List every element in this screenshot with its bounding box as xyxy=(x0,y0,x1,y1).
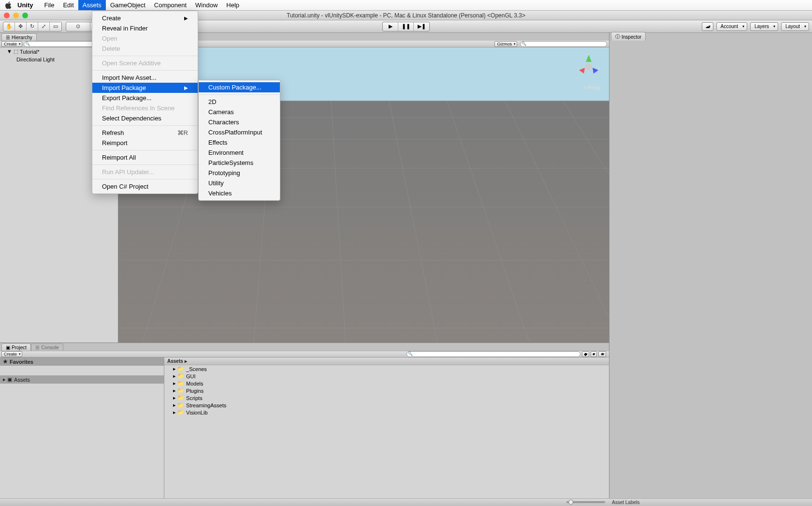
scale-tool[interactable]: ⤢ xyxy=(38,22,50,31)
asset-labels-bar: Asset Labels xyxy=(609,498,812,506)
scene-search[interactable] xyxy=(520,41,607,47)
favorites-row[interactable]: ★ Favorites xyxy=(0,357,164,366)
account-dropdown[interactable]: Account xyxy=(716,22,747,31)
search-filter-2[interactable]: ● xyxy=(591,351,597,357)
gizmos-dropdown[interactable]: Gizmos xyxy=(494,41,517,47)
folder-item[interactable]: ▸ 📁 Scripts xyxy=(164,394,609,402)
menu-edit[interactable]: Edit xyxy=(58,0,78,10)
project-create[interactable]: Create xyxy=(1,351,22,357)
project-tab[interactable]: ▣ Project xyxy=(1,343,31,351)
svg-text:z: z xyxy=(598,67,600,70)
menu-item[interactable]: Vehicles xyxy=(199,188,280,198)
hand-tool[interactable]: ✋ xyxy=(3,22,15,31)
import-package-submenu: Custom Package...2DCamerasCharactersCros… xyxy=(198,80,280,201)
minimize-button[interactable] xyxy=(13,13,19,18)
menu-item[interactable]: Environment xyxy=(199,148,280,158)
project-panel: ▣ Project ☰ Console Create ◆ ● ★ ★ Favor… xyxy=(0,342,609,506)
project-breadcrumb[interactable]: Assets ▸ xyxy=(164,357,609,365)
svg-point-18 xyxy=(585,63,592,70)
menu-item[interactable]: Cameras xyxy=(199,107,280,117)
app-name: Unity xyxy=(17,1,33,9)
search-filter-1[interactable]: ◆ xyxy=(582,351,589,357)
hierarchy-create[interactable]: Create xyxy=(1,41,22,47)
thumbnail-size-slider[interactable] xyxy=(566,500,605,504)
folder-icon: ▸ 📁 xyxy=(173,395,184,401)
menu-item[interactable]: Select Dependencies xyxy=(92,113,198,123)
layout-dropdown[interactable]: Layout xyxy=(781,22,809,31)
menu-item[interactable]: Refresh⌘R xyxy=(92,128,198,138)
mac-menubar: Unity File Edit Assets GameObject Compon… xyxy=(0,0,812,11)
svg-marker-17 xyxy=(593,68,598,74)
rotate-tool[interactable]: ↻ xyxy=(27,22,38,31)
step-button[interactable]: ▶❚ xyxy=(414,22,429,31)
folder-icon: ▸ 📁 xyxy=(173,409,184,416)
assets-menu: Create▶Reveal in FinderOpenDeleteOpen Sc… xyxy=(92,11,198,194)
console-tab[interactable]: ☰ Console xyxy=(31,343,63,351)
menu-item[interactable]: Import Package▶ xyxy=(92,83,198,93)
orientation-gizmo[interactable]: x z y xyxy=(574,53,603,82)
menu-item[interactable]: Effects xyxy=(199,137,280,148)
menu-window[interactable]: Window xyxy=(191,0,222,10)
svg-text:y: y xyxy=(587,53,589,55)
menu-item: Find References In Scene xyxy=(92,103,198,113)
menu-item[interactable]: CrossPlatformInput xyxy=(199,127,280,137)
svg-line-8 xyxy=(563,101,609,342)
play-controls: ▶ ❚❚ ▶❚ xyxy=(382,22,430,31)
project-footer xyxy=(0,498,609,506)
menu-assets[interactable]: Assets xyxy=(78,0,106,10)
menu-gameobject[interactable]: GameObject xyxy=(106,0,150,10)
folder-item[interactable]: ▸ 📁 Models xyxy=(164,380,609,387)
hierarchy-tab[interactable]: ☰ Hierarchy xyxy=(1,33,37,41)
search-filter-3[interactable]: ★ xyxy=(598,351,606,357)
folder-icon: ▸ 📁 xyxy=(173,373,184,379)
svg-line-5 xyxy=(389,101,437,342)
menu-item: Delete xyxy=(92,44,198,54)
svg-marker-16 xyxy=(579,68,585,74)
menu-item[interactable]: 2D xyxy=(199,97,280,107)
menu-item[interactable]: Custom Package... xyxy=(199,82,280,92)
folder-item[interactable]: ▸ 📁 VisionLib xyxy=(164,409,609,416)
menu-item[interactable]: Reimport All xyxy=(92,152,198,163)
pause-button[interactable]: ❚❚ xyxy=(398,22,414,31)
menu-component[interactable]: Component xyxy=(150,0,191,10)
svg-line-6 xyxy=(447,101,529,342)
persp-label[interactable]: ≡ Persp xyxy=(583,85,600,90)
menu-item[interactable]: Utility xyxy=(199,178,280,188)
menu-item[interactable]: ParticleSystems xyxy=(199,158,280,168)
folder-item[interactable]: ▸ 📁 _Scenes xyxy=(164,365,609,372)
menu-item[interactable]: Characters xyxy=(199,117,280,127)
menu-item[interactable]: Create▶ xyxy=(92,13,198,23)
pivot-toggle[interactable]: ⊙ xyxy=(66,22,90,31)
menu-item[interactable]: Export Package... xyxy=(92,93,198,103)
menu-item[interactable]: Prototyping xyxy=(199,168,280,178)
svg-marker-15 xyxy=(586,55,592,62)
menu-item: Open xyxy=(92,33,198,44)
folder-item[interactable]: ▸ 📁 Plugins xyxy=(164,387,609,394)
menu-item: Open Scene Additive xyxy=(92,58,198,68)
folder-item[interactable]: ▸ 📁 GUI xyxy=(164,372,609,380)
zoom-button[interactable] xyxy=(22,13,28,18)
rect-tool[interactable]: ▭ xyxy=(50,22,61,31)
folder-icon: ▸ 📁 xyxy=(173,366,184,372)
assets-root-row[interactable]: ▸ ▣ Assets xyxy=(0,375,164,384)
folder-icon: ▸ 📁 xyxy=(173,402,184,408)
window-title: Tutorial.unity - vlUnitySDK-example - PC… xyxy=(287,12,525,19)
folder-icon: ▸ 📁 xyxy=(173,387,184,394)
menu-item[interactable]: Reimport xyxy=(92,138,198,148)
project-search[interactable] xyxy=(406,351,580,357)
close-button[interactable] xyxy=(4,13,10,18)
layers-dropdown[interactable]: Layers xyxy=(750,22,778,31)
folder-item[interactable]: ▸ 📁 StreamingAssets xyxy=(164,402,609,409)
traffic-lights xyxy=(4,13,28,18)
menu-file[interactable]: File xyxy=(40,0,59,10)
cloud-button[interactable]: ☁ xyxy=(702,22,713,31)
menu-item[interactable]: Import New Asset... xyxy=(92,73,198,83)
menu-item[interactable]: Reveal in Finder xyxy=(92,23,198,33)
svg-line-4 xyxy=(331,101,346,342)
menu-item[interactable]: Open C# Project xyxy=(92,181,198,192)
play-button[interactable]: ▶ xyxy=(383,22,398,31)
move-tool[interactable]: ✥ xyxy=(15,22,27,31)
menu-help[interactable]: Help xyxy=(222,0,244,10)
inspector-tab[interactable]: ⓘ Inspector xyxy=(611,32,646,41)
apple-icon xyxy=(5,1,13,9)
